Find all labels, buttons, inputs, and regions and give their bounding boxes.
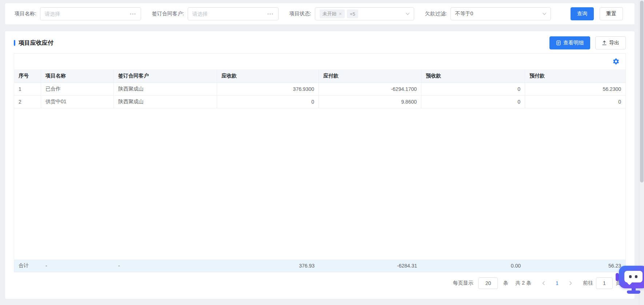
next-page-icon[interactable] xyxy=(565,278,576,288)
cell-advance-receipt: 0 xyxy=(421,96,525,108)
prev-page-icon[interactable] xyxy=(539,278,549,288)
summary-cell: - xyxy=(114,260,217,272)
status-tag-more-text: +5 xyxy=(350,11,355,17)
cell-index: 1 xyxy=(14,83,41,96)
chevron-down-icon xyxy=(542,11,547,16)
cell-project-name: 已合作 xyxy=(41,83,114,96)
robot-speech-tail xyxy=(627,280,632,285)
total-count: 共 2 条 xyxy=(515,280,531,286)
cell-receivable: 376.9300 xyxy=(217,83,319,96)
cell-customer: 陕西聚成山 xyxy=(114,83,217,96)
page-number-current[interactable]: 1 xyxy=(552,280,563,286)
page-title: 项目应收应付 xyxy=(19,39,53,47)
debt-filter-select[interactable]: 不等于0 xyxy=(451,7,551,20)
robot-eye-icon xyxy=(629,275,632,278)
cell-advance-payment: 0 xyxy=(525,96,625,108)
view-detail-button[interactable]: 查看明细 xyxy=(549,36,590,49)
more-options-icon[interactable]: ••• xyxy=(130,12,136,16)
cell-receivable: 0 xyxy=(217,96,319,108)
column-header: 项目名称 xyxy=(41,69,114,83)
summary-advance-payment: 56.23 xyxy=(525,260,625,272)
summary-advance-receipt: 0.00 xyxy=(421,260,525,272)
export-label: 导出 xyxy=(609,40,619,46)
goto-label: 前往 xyxy=(583,280,593,286)
filter-debt: 欠款过滤: 不等于0 xyxy=(425,7,551,20)
cell-advance-receipt: 0 xyxy=(421,83,525,96)
panel-title: 项目应收应付 xyxy=(14,39,53,47)
table-container: 序号 项目名称 签订合同客户 应收款 应付款 预收款 预付款 1 已合作 陕西聚… xyxy=(14,53,626,272)
project-name-select[interactable]: ••• xyxy=(40,7,141,20)
debt-filter-label: 欠款过滤: xyxy=(425,11,447,17)
more-options-icon[interactable]: ••• xyxy=(267,12,274,16)
filter-project-name: 项目名称: ••• xyxy=(15,7,141,20)
table-toolbar xyxy=(14,53,625,69)
column-header: 预收款 xyxy=(421,69,525,83)
status-tag-text: 未开始 xyxy=(323,11,337,17)
scrollbar-thumb[interactable] xyxy=(640,1,644,182)
robot-ear-icon xyxy=(616,273,619,281)
robot-eye-icon xyxy=(635,275,637,278)
cell-customer: 陕西聚成山 xyxy=(114,96,217,108)
column-header: 签订合同客户 xyxy=(114,69,217,83)
debt-filter-value: 不等于0 xyxy=(455,11,473,17)
robot-face-icon xyxy=(624,271,643,282)
scrollbar-track[interactable] xyxy=(639,0,644,305)
title-accent-bar xyxy=(14,40,15,46)
summary-row: 合计 - - 376.93 -6284.31 0.00 56.23 xyxy=(14,260,625,272)
column-header: 应付款 xyxy=(319,69,421,83)
cell-index: 2 xyxy=(14,96,41,108)
robot-stand-base xyxy=(627,290,640,294)
project-name-input[interactable] xyxy=(45,11,130,17)
summary-label: 合计 xyxy=(14,260,41,272)
per-page-label: 每页显示 xyxy=(453,280,473,286)
cell-advance-payment: 56.2300 xyxy=(525,83,625,96)
search-button[interactable]: 查询 xyxy=(571,7,594,20)
column-settings-gear-icon[interactable] xyxy=(612,58,620,65)
table-header-row: 序号 项目名称 签订合同客户 应收款 应付款 预收款 预付款 xyxy=(14,69,625,83)
page: 项目名称: ••• 签订合同客户: ••• 项目状态: 未开始 × +5 xyxy=(5,3,635,299)
summary-cell: - xyxy=(41,260,114,272)
chatbot-widget[interactable] xyxy=(616,266,644,296)
summary-payable: -6284.31 xyxy=(319,260,421,272)
panel-header: 项目应收应付 查看明细 导出 xyxy=(14,31,626,53)
tag-close-icon[interactable]: × xyxy=(339,11,342,16)
project-status-label: 项目状态: xyxy=(289,11,311,17)
export-icon xyxy=(602,40,607,45)
status-tag: 未开始 × xyxy=(320,9,345,18)
panel-actions: 查看明细 导出 xyxy=(549,36,626,49)
per-page-unit: 条 xyxy=(503,280,508,286)
column-header: 序号 xyxy=(14,69,41,83)
cell-payable: 9.8600 xyxy=(319,96,421,108)
document-icon xyxy=(556,40,561,45)
contract-customer-label: 签订合同客户: xyxy=(152,11,184,17)
project-status-select[interactable]: 未开始 × +5 xyxy=(315,7,414,20)
column-header: 预付款 xyxy=(525,69,625,83)
chevron-down-icon xyxy=(405,11,410,16)
status-tag-more: +5 xyxy=(347,9,358,18)
cell-payable: -6294.1700 xyxy=(319,83,421,96)
view-detail-label: 查看明细 xyxy=(563,40,584,46)
reset-button[interactable]: 重置 xyxy=(600,7,623,20)
table-row: 1 已合作 陕西聚成山 376.9300 -6294.1700 0 56.230… xyxy=(14,83,625,96)
contract-customer-input[interactable] xyxy=(192,11,267,17)
filter-contract-customer: 签订合同客户: ••• xyxy=(152,7,279,20)
pagination-bar: 每页显示 条 共 2 条 1 前往 页 xyxy=(14,272,626,294)
cell-project-name: 供货中01 xyxy=(41,96,114,108)
filter-bar: 项目名称: ••• 签订合同客户: ••• 项目状态: 未开始 × +5 xyxy=(5,3,635,24)
export-button[interactable]: 导出 xyxy=(595,36,626,49)
project-name-label: 项目名称: xyxy=(15,11,36,17)
main-panel: 项目应收应付 查看明细 导出 xyxy=(5,31,635,299)
filter-project-status: 项目状态: 未开始 × +5 xyxy=(289,7,414,20)
per-page-input[interactable] xyxy=(478,277,498,289)
table-empty-space xyxy=(14,108,625,260)
contract-customer-select[interactable]: ••• xyxy=(188,7,279,20)
table-row: 2 供货中01 陕西聚成山 0 9.8600 0 0 xyxy=(14,96,625,108)
robot-head-icon xyxy=(619,266,644,288)
goto-page-input[interactable] xyxy=(596,277,613,289)
summary-receivable: 376.93 xyxy=(217,260,319,272)
column-header: 应收款 xyxy=(217,69,319,83)
filter-actions: 查询 重置 xyxy=(571,7,631,20)
